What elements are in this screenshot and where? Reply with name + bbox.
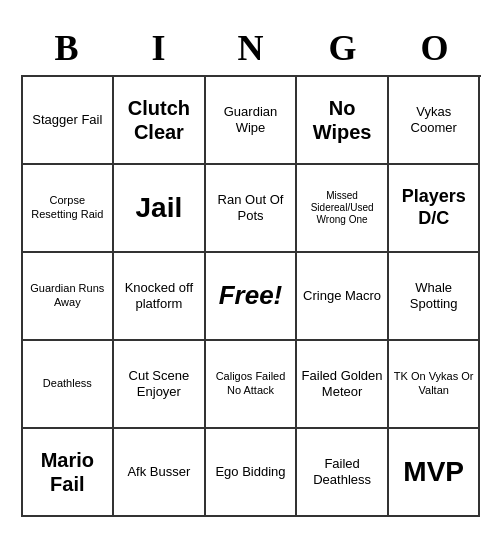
bingo-cell-4: Vykas Coomer xyxy=(389,77,481,165)
bingo-cell-20: Mario Fail xyxy=(23,429,115,517)
bingo-cell-1: Clutch Clear xyxy=(114,77,206,165)
bingo-cell-17: Caligos Failed No Attack xyxy=(206,341,298,429)
bingo-cell-5: Corpse Resetting Raid xyxy=(23,165,115,253)
bingo-cell-6: Jail xyxy=(114,165,206,253)
bingo-cell-11: Knocked off platform xyxy=(114,253,206,341)
bingo-cell-15: Deathless xyxy=(23,341,115,429)
bingo-cell-7: Ran Out Of Pots xyxy=(206,165,298,253)
bingo-cell-8: Missed Sidereal/Used Wrong One xyxy=(297,165,389,253)
bingo-cell-12: Free! xyxy=(206,253,298,341)
letter-i: I xyxy=(113,27,205,70)
bingo-cell-13: Cringe Macro xyxy=(297,253,389,341)
bingo-cell-2: Guardian Wipe xyxy=(206,77,298,165)
bingo-cell-21: Afk Busser xyxy=(114,429,206,517)
bingo-cell-22: Ego Bidding xyxy=(206,429,298,517)
bingo-cell-18: Failed Golden Meteor xyxy=(297,341,389,429)
bingo-cell-3: No Wipes xyxy=(297,77,389,165)
bingo-cell-10: Guardian Runs Away xyxy=(23,253,115,341)
bingo-cell-23: Failed Deathless xyxy=(297,429,389,517)
letter-o: O xyxy=(389,27,481,70)
bingo-cell-14: Whale Spotting xyxy=(389,253,481,341)
bingo-cell-19: TK On Vykas Or Valtan xyxy=(389,341,481,429)
letter-b: B xyxy=(21,27,113,70)
bingo-header: B I N G O xyxy=(21,27,481,70)
bingo-card: B I N G O Stagger FailClutch ClearGuardi… xyxy=(11,17,491,526)
letter-n: N xyxy=(205,27,297,70)
bingo-cell-24: MVP xyxy=(389,429,481,517)
letter-g: G xyxy=(297,27,389,70)
bingo-cell-9: Players D/C xyxy=(389,165,481,253)
bingo-cell-16: Cut Scene Enjoyer xyxy=(114,341,206,429)
bingo-cell-0: Stagger Fail xyxy=(23,77,115,165)
bingo-grid: Stagger FailClutch ClearGuardian WipeNo … xyxy=(21,75,481,517)
